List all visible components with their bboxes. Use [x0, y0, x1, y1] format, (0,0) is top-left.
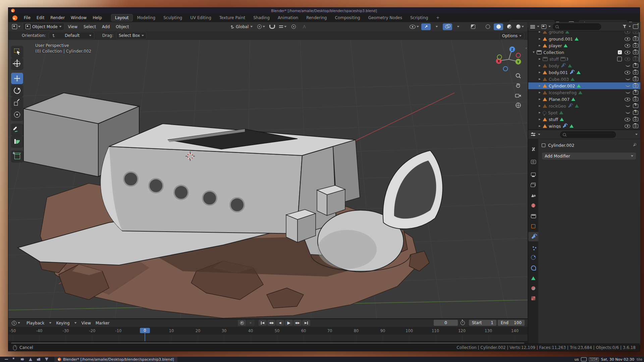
outliner-row-cube-003[interactable]: ▶ Cube.003 — [528, 76, 640, 82]
outliner-row-ground[interactable]: ▶ ground — [528, 31, 640, 35]
object-mode-dropdown[interactable]: Object Mode — [23, 23, 64, 31]
pan-hand-icon[interactable] — [515, 83, 521, 89]
tab-animation[interactable]: Animation — [274, 14, 302, 21]
window-titlebar[interactable]: Blender* [/home/amalie/Desktop/blender/s… — [8, 8, 640, 13]
breadcrumb-object-name[interactable]: Cylinder.002 — [548, 143, 574, 148]
render-disabled-icon[interactable] — [633, 64, 638, 68]
outliner-row-plane-007[interactable]: ▶ Plane.007 — [528, 96, 640, 103]
tab-texture-paint[interactable]: Texture Paint — [216, 14, 249, 21]
tab-compositing[interactable]: Compositing — [331, 14, 364, 21]
gizmos-toggle[interactable]: ↗ — [421, 23, 431, 30]
timeline-editor-selector[interactable] — [12, 321, 20, 325]
outliner-display-mode-icon[interactable] — [541, 24, 546, 29]
camera-view-icon[interactable] — [515, 93, 522, 98]
hide-eye-icon[interactable] — [625, 71, 630, 74]
options-dropdown[interactable]: Options — [499, 32, 524, 40]
filter-icon[interactable] — [623, 25, 627, 28]
outliner-row-icospherefog[interactable]: ▶ IcosphereFog — [528, 89, 640, 96]
tab-modifier-properties[interactable] — [528, 232, 538, 241]
tab-world-properties[interactable] — [528, 201, 538, 210]
current-frame-badge[interactable]: 0 — [140, 328, 150, 333]
render-camera-icon[interactable] — [633, 50, 638, 54]
outliner-row-spot[interactable]: ▶ Spot — [528, 109, 640, 116]
tool-add-cube[interactable] — [11, 150, 23, 162]
menu-playback[interactable]: Playback — [24, 320, 54, 326]
shading-material-button[interactable] — [504, 23, 514, 30]
tab-collection-properties[interactable] — [528, 212, 538, 221]
taskbar-tile-icon[interactable] — [13, 358, 16, 361]
orientation-dropdown[interactable]: Default — [49, 32, 94, 39]
taskbar-minimize-icon[interactable] — [5, 358, 8, 361]
gizmos-dropdown[interactable] — [432, 23, 441, 30]
render-disabled-icon[interactable] — [633, 104, 638, 108]
hidden-eye-icon[interactable] — [626, 104, 630, 107]
tab-layout[interactable]: Layout — [111, 14, 133, 21]
viewport-canvas[interactable]: User Perspective (0) Collection | Cylind… — [8, 40, 528, 318]
keyboard-icon[interactable] — [581, 357, 587, 361]
tab-material-properties[interactable] — [528, 284, 538, 293]
render-camera-icon[interactable] — [633, 84, 638, 88]
hidden-eye-icon[interactable] — [626, 84, 630, 87]
render-camera-icon[interactable] — [633, 77, 638, 81]
jump-to-end-button[interactable]: ▶ — [302, 320, 310, 326]
tab-sculpting[interactable]: Sculpting — [160, 14, 186, 21]
add-modifier-button[interactable]: Add Modifier — [542, 152, 636, 160]
hide-eye-icon[interactable] — [625, 44, 630, 48]
play-button[interactable]: ▶ — [285, 320, 293, 326]
hide-eye-icon[interactable] — [625, 51, 630, 54]
tool-rotate[interactable] — [11, 85, 23, 96]
hidden-eye-icon[interactable] — [626, 90, 630, 94]
tab-rendering[interactable]: Rendering — [303, 14, 330, 21]
jump-to-start-button[interactable]: ◀ — [259, 320, 267, 326]
tab-data-properties[interactable] — [528, 274, 538, 283]
taskbar-folder-icon[interactable] — [37, 358, 40, 361]
tab-scene-properties[interactable] — [528, 190, 538, 200]
tool-transform[interactable] — [11, 109, 23, 120]
menu-add[interactable]: Add — [100, 23, 112, 30]
overlays-toggle[interactable] — [443, 23, 452, 30]
pivot-point-dropdown[interactable] — [256, 23, 266, 30]
hide-eye-icon[interactable] — [625, 98, 630, 101]
render-camera-icon[interactable] — [633, 37, 638, 41]
shading-rendered-button[interactable] — [515, 23, 525, 30]
stopwatch-icon[interactable] — [461, 321, 465, 325]
menu-object[interactable]: Object — [113, 23, 131, 30]
navigation-gizmo[interactable]: Z Y X — [495, 45, 523, 74]
zoom-icon[interactable] — [515, 73, 521, 79]
play-reverse-button[interactable]: ◀ — [276, 320, 284, 326]
tab-tool-properties[interactable] — [528, 144, 538, 154]
outliner-row-body[interactable]: ▶ body — [528, 62, 640, 69]
transform-orientation-dropdown[interactable]: Global — [227, 23, 255, 30]
tab-object-properties[interactable] — [528, 222, 538, 231]
outliner-row-wings[interactable]: ▶ wings — [528, 123, 640, 128]
render-camera-icon[interactable] — [633, 57, 638, 61]
outliner-row-stuff-collection[interactable]: ▶ stuff 3 — [528, 56, 640, 62]
drag-dropdown[interactable]: Select Box — [116, 32, 147, 39]
taskbar-up-icon[interactable] — [29, 358, 32, 361]
tab-texture-properties[interactable] — [528, 294, 538, 303]
snap-settings-dropdown[interactable] — [278, 23, 287, 30]
timeline-ruler[interactable]: -50 -40 -30 -20 -10 0 10 20 30 40 50 60 … — [8, 327, 528, 335]
shading-wireframe-button[interactable] — [483, 23, 492, 30]
keyboard-layout-label[interactable]: us — [575, 357, 579, 362]
tool-select-box[interactable] — [11, 46, 23, 57]
menu-render[interactable]: Render — [47, 14, 68, 21]
collection-checkbox[interactable] — [617, 57, 622, 61]
hide-eye-icon[interactable] — [625, 124, 630, 128]
menu-edit[interactable]: Edit — [34, 14, 47, 21]
tab-physics-properties[interactable] — [528, 253, 538, 262]
outliner-search-input[interactable] — [553, 23, 601, 30]
timeline-track-area[interactable] — [8, 335, 528, 341]
hide-eye-icon[interactable] — [625, 31, 630, 34]
tab-uv-editing[interactable]: UV Editing — [186, 14, 215, 21]
tool-move[interactable] — [11, 73, 23, 84]
render-camera-icon[interactable] — [633, 70, 638, 74]
render-camera-icon[interactable] — [633, 117, 638, 121]
frame-end-field[interactable]: End100 — [498, 320, 525, 326]
sidebar-collapse-icon[interactable]: ‹ — [526, 46, 527, 50]
tab-scripting[interactable]: Scripting — [407, 14, 432, 21]
hidden-eye-icon[interactable] — [626, 77, 630, 80]
menu-view[interactable]: View — [66, 23, 80, 30]
tab-constraint-properties[interactable] — [528, 263, 538, 273]
grid-ortho-icon[interactable] — [515, 102, 521, 108]
